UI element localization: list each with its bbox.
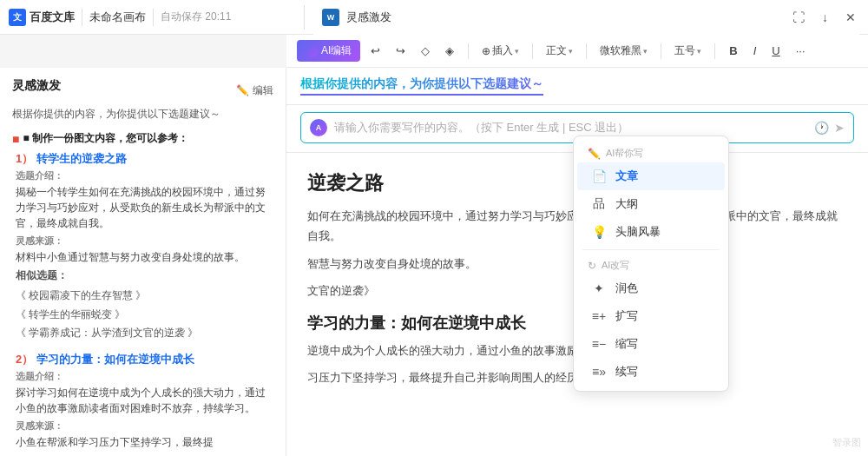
font-dropdown[interactable]: 微软雅黑 ▾ bbox=[595, 41, 652, 61]
dropdown-item-condense[interactable]: ≡− 缩写 bbox=[577, 330, 725, 358]
ai-edit-button[interactable]: AI编辑 bbox=[297, 40, 360, 62]
expand-icon: ≡+ bbox=[591, 309, 607, 323]
item2-xuanti-text: 探讨学习如何在逆境中成为个人成长的强大动力，通过小鱼的故事激励读者面对困难时不放… bbox=[16, 385, 273, 416]
expand-label: 扩写 bbox=[615, 308, 638, 324]
top-bar-right: W 灵感激发 ⛶ ↓ ✕ bbox=[313, 0, 859, 35]
dropdown-item-continue[interactable]: ≡» 续写 bbox=[577, 358, 725, 386]
ai-input-placeholder: 请输入你需要写作的内容。（按下 Enter 生成 | ESC 退出） bbox=[334, 120, 807, 135]
main-layout: 灵感激发 ✏️ 编辑 根据你提供的内容，为你提供以下选题建议～ ■ ■ 制作一份… bbox=[0, 68, 868, 456]
item1-num: 1） bbox=[16, 151, 33, 167]
condense-icon: ≡− bbox=[591, 337, 607, 351]
redo-button[interactable]: ↪ bbox=[391, 42, 411, 60]
similar-label: 相似选题： bbox=[16, 268, 273, 283]
section1-text: ■ 制作一份图文内容，您可以参考： bbox=[23, 131, 188, 146]
clock-icon[interactable]: 🕐 bbox=[814, 121, 829, 135]
edit-label: 编辑 bbox=[253, 83, 273, 98]
divider-main bbox=[304, 5, 305, 30]
ai-icon bbox=[306, 45, 318, 57]
left-sidebar: 灵感激发 ✏️ 编辑 根据你提供的内容，为你提供以下选题建议～ ■ ■ 制作一份… bbox=[0, 68, 286, 456]
logo-area: 文 百度文库 bbox=[9, 9, 75, 26]
write-section-icon: ✏️ bbox=[588, 148, 601, 160]
item1-xuanti-label: 选题介绍： bbox=[16, 169, 273, 182]
download-button[interactable]: ↓ bbox=[819, 7, 832, 28]
autosave-text: 自动保存 20:11 bbox=[161, 10, 231, 24]
toolbar-sep1 bbox=[468, 43, 469, 59]
dropdown-item-article[interactable]: 📄 文章 bbox=[577, 162, 725, 190]
continue-icon: ≡» bbox=[591, 365, 607, 379]
section-bullet: ■ bbox=[12, 132, 19, 146]
item1-xuanti-text: 揭秘一个转学生如何在充满挑战的校园环境中，通过努力学习与巧妙应对，从受欺负的新生… bbox=[16, 184, 273, 231]
article-label: 文章 bbox=[615, 169, 638, 184]
insert-icon: ⊕ bbox=[482, 45, 490, 57]
right-area: 根据你提供的内容，为你提供以下选题建议～ A 请输入你需要写作的内容。（按下 E… bbox=[286, 68, 868, 456]
bold-button[interactable]: B bbox=[724, 42, 742, 60]
ai-banner-text: 根据你提供的内容，为你提供以下选题建议～ bbox=[300, 76, 543, 96]
item2-lingan-label: 灵感来源： bbox=[16, 420, 273, 433]
brainstorm-icon: 💡 bbox=[591, 225, 607, 239]
ai-banner: 根据你提供的内容，为你提供以下选题建议～ bbox=[286, 68, 868, 105]
item1-lingan-label: 灵感来源： bbox=[16, 235, 273, 248]
rewrite-section-label: AI改写 bbox=[602, 259, 629, 272]
continue-label: 续写 bbox=[615, 364, 638, 380]
baidu-logo-icon: 文 bbox=[9, 9, 26, 26]
edit-icon: ✏️ bbox=[236, 84, 249, 96]
more-button[interactable]: ··· bbox=[791, 42, 811, 60]
undo-button[interactable]: ↩ bbox=[365, 42, 385, 60]
toolbar: AI编辑 ↩ ↪ ◇ ◈ ⊕ 插入 ▾ 正文 ▾ 微软雅黑 ▾ 五号 ▾ B I… bbox=[286, 35, 868, 68]
ai-icon-text: A bbox=[316, 123, 322, 132]
doc-name-left[interactable]: 未命名画布 bbox=[89, 10, 146, 25]
top-bar-left: 文 百度文库 未命名画布 自动保存 20:11 bbox=[9, 9, 295, 26]
dropdown-item-expand[interactable]: ≡+ 扩写 bbox=[577, 302, 725, 330]
item2-title[interactable]: 2） 学习的力量：如何在逆境中成长 bbox=[16, 352, 273, 367]
underline-button[interactable]: U bbox=[766, 42, 785, 60]
dropdown-item-brainstorm[interactable]: 💡 头脑风暴 bbox=[577, 218, 725, 246]
sidebar-intro: 根据你提供的内容，为你提供以下选题建议～ bbox=[12, 106, 273, 122]
section1-label: ■ ■ 制作一份图文内容，您可以参考： bbox=[12, 131, 273, 146]
dropdown-item-outline[interactable]: 品 大纲 bbox=[577, 190, 725, 218]
format-chevron: ▾ bbox=[569, 47, 573, 56]
expand-button[interactable]: ⛶ bbox=[789, 7, 808, 28]
toolbar-sep2 bbox=[532, 43, 533, 59]
diamond-button[interactable]: ◈ bbox=[440, 42, 459, 60]
item2-lingan-text: 小鱼在帮派和学习压力下坚持学习，最终提 bbox=[16, 434, 273, 450]
item2-xuanti-label: 选题介绍： bbox=[16, 370, 273, 383]
close-button[interactable]: ✕ bbox=[842, 7, 859, 28]
polish-label: 润色 bbox=[615, 281, 638, 296]
item2-num: 2） bbox=[16, 352, 33, 367]
article-icon: 📄 bbox=[591, 169, 607, 183]
italic-button[interactable]: I bbox=[748, 42, 762, 60]
insert-dropdown[interactable]: ⊕ 插入 ▾ bbox=[477, 41, 523, 61]
outline-icon: 品 bbox=[591, 196, 607, 212]
font-chevron: ▾ bbox=[643, 47, 648, 56]
item1-lingan-text: 材料中小鱼通过智慧与努力改变自身处境的故事。 bbox=[16, 249, 273, 265]
rewrite-section-icon: ↻ bbox=[588, 260, 596, 272]
size-dropdown[interactable]: 五号 ▾ bbox=[670, 41, 706, 61]
toolbar-sep3 bbox=[586, 43, 587, 59]
similar-item-3[interactable]: 学霸养成记：从学渣到文官的逆袭 bbox=[16, 324, 273, 343]
clear-format-button[interactable]: ◇ bbox=[416, 42, 435, 60]
top-right-actions: ⛶ ↓ ✕ bbox=[789, 7, 859, 28]
ai-dropdown-menu: ✏️ AI帮你写 📄 文章 品 大纲 💡 头脑风暴 ↻ AI改写 ✦ bbox=[573, 135, 729, 392]
dropdown-item-polish[interactable]: ✦ 润色 bbox=[577, 274, 725, 302]
similar-item-1[interactable]: 校园霸凌下的生存智慧 bbox=[16, 287, 273, 306]
write-section-label: AI帮你写 bbox=[606, 147, 643, 160]
doc-h1-text: 逆袭之路 bbox=[307, 172, 384, 194]
ai-input-icon: A bbox=[310, 119, 327, 136]
send-icon[interactable]: ➤ bbox=[834, 121, 845, 135]
brainstorm-label: 头脑风暴 bbox=[615, 224, 661, 240]
item2-title-text: 学习的力量：如何在逆境中成长 bbox=[36, 352, 194, 367]
condense-label: 缩写 bbox=[615, 336, 638, 352]
format-dropdown[interactable]: 正文 ▾ bbox=[542, 41, 577, 61]
item1-title[interactable]: 1） 转学生的逆袭之路 bbox=[16, 151, 273, 167]
size-label: 五号 bbox=[674, 43, 695, 58]
outline-label: 大纲 bbox=[615, 196, 638, 212]
top-bar: 文 百度文库 未命名画布 自动保存 20:11 W 灵感激发 ⛶ ↓ ✕ bbox=[0, 0, 868, 35]
dropdown-section-write: ✏️ AI帮你写 bbox=[574, 142, 728, 162]
sidebar-edit-button[interactable]: ✏️ 编辑 bbox=[236, 83, 273, 98]
dropdown-divider bbox=[582, 249, 720, 250]
toolbar-sep5 bbox=[714, 43, 715, 59]
similar-item-2[interactable]: 转学生的华丽蜕变 bbox=[16, 306, 273, 325]
ai-edit-label: AI编辑 bbox=[321, 43, 352, 58]
polish-icon: ✦ bbox=[591, 281, 607, 295]
toolbar-sep4 bbox=[661, 43, 661, 59]
